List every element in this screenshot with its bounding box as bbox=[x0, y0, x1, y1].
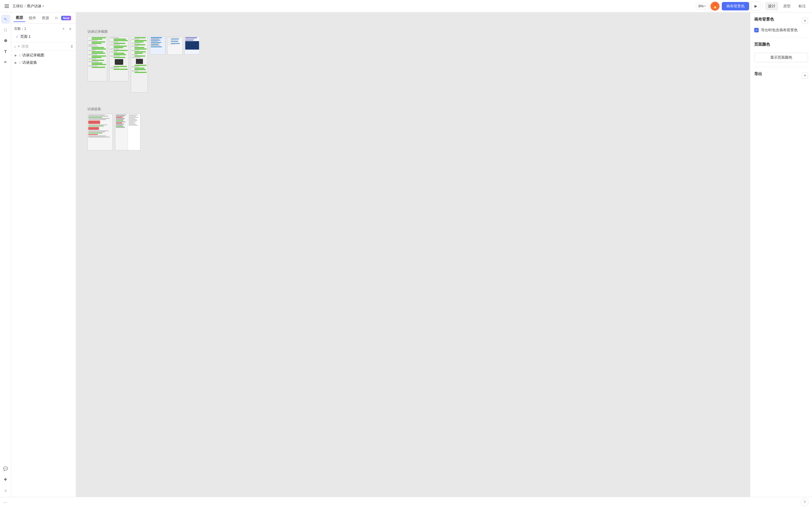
panel-tabs: 图层 组件 资源 AI New bbox=[11, 12, 76, 24]
topbar-right: 🔥 画布背景色 ▶ 设计 原型 标注 bbox=[711, 2, 809, 11]
tab-design-label: 设计 bbox=[768, 4, 775, 8]
tab-layers[interactable]: 图层 bbox=[13, 14, 26, 22]
divider-2 bbox=[754, 67, 808, 67]
layer-group-header-2[interactable]: ▶ □ 访谈提炼 bbox=[12, 59, 75, 66]
menu-icon[interactable] bbox=[3, 3, 10, 10]
tool-search[interactable]: ⌕ bbox=[1, 486, 10, 495]
tab-new[interactable]: New bbox=[61, 16, 71, 20]
search-input[interactable] bbox=[21, 44, 69, 48]
export-add-icon: + bbox=[804, 73, 806, 78]
help-button[interactable]: ? bbox=[801, 498, 809, 506]
tool-pen[interactable]: ✒ bbox=[1, 57, 10, 66]
tool-cursor[interactable]: ↖ bbox=[1, 15, 10, 24]
frame-group-tilian: 访谈提炼 bbox=[87, 107, 739, 151]
breadcrumb-dropdown-icon[interactable]: ▾ bbox=[43, 4, 44, 8]
search-bar: ⌕ ▾ ⊻ bbox=[11, 43, 76, 50]
topbar: 五棵松 / 用户访谈 ▾ 8% ▾ 🔥 画布背景色 ▶ 设计 原型 标注 bbox=[0, 0, 812, 12]
flame-button[interactable]: 🔥 bbox=[711, 2, 719, 11]
tool-comment[interactable]: 💬 bbox=[1, 464, 10, 473]
play-button[interactable]: ▶ bbox=[751, 2, 760, 11]
layer-name-1: 访谈记录截图 bbox=[22, 53, 44, 58]
flame-icon: 🔥 bbox=[712, 4, 718, 9]
pages-section: 页数：1 + ∧ ✓ 页面 1 bbox=[11, 24, 76, 43]
thumb-set-2 bbox=[87, 114, 739, 151]
add-page-button[interactable]: + bbox=[61, 26, 66, 32]
tab-prototype[interactable]: 原型 bbox=[780, 2, 794, 10]
frame-icon: □ bbox=[4, 27, 6, 32]
text-icon: T bbox=[4, 49, 7, 54]
frame-thumb-1[interactable] bbox=[87, 36, 107, 81]
left-panel: 图层 组件 资源 AI New 页数：1 + ∧ bbox=[11, 12, 76, 497]
tool-text[interactable]: T bbox=[1, 47, 10, 56]
thumb-subgroup-right bbox=[150, 36, 200, 55]
frame-thumb-2[interactable] bbox=[109, 36, 129, 81]
tab-components[interactable]: 组件 bbox=[27, 14, 38, 22]
bottombar-left: ··· bbox=[3, 500, 7, 504]
frame-thumb-4b[interactable] bbox=[167, 36, 183, 55]
thumb-set-1 bbox=[87, 36, 739, 93]
page-color-header: 页面颜色 bbox=[754, 42, 808, 50]
page-item-1[interactable]: ✓ 页面 1 bbox=[14, 33, 73, 40]
search-collapse-icon[interactable]: ⊻ bbox=[70, 44, 73, 48]
frame-thumb-3[interactable] bbox=[131, 36, 148, 93]
canvas-bg-checkbox-row: ✓ 导出时包含画布背景色 bbox=[754, 27, 808, 33]
search-bar-icon: ⌕ bbox=[14, 44, 16, 48]
zoom-caret-icon: ▾ bbox=[704, 4, 706, 8]
frame-group-label-2: 访谈提炼 bbox=[87, 107, 739, 112]
canvas-bg-section: 画布背景色 + ✓ 导出时包含画布背景色 bbox=[754, 17, 808, 33]
search-filter-caret[interactable]: ▾ bbox=[18, 45, 20, 48]
frame-thumb-refine-2[interactable] bbox=[115, 114, 140, 151]
pages-actions: + ∧ bbox=[61, 26, 73, 32]
canvas-area[interactable]: 访谈记录截图 bbox=[76, 12, 750, 497]
pages-header: 页数：1 + ∧ bbox=[14, 26, 73, 32]
tool-component[interactable]: ⊕ bbox=[1, 36, 10, 45]
show-page-color-button[interactable]: 显示页面颜色 bbox=[754, 53, 808, 62]
page-color-title: 页面颜色 bbox=[754, 42, 770, 47]
tab-annotation[interactable]: 标注 bbox=[796, 2, 809, 10]
export-title: 导出 bbox=[754, 71, 762, 76]
breadcrumb: 五棵松 / 用户访谈 ▾ bbox=[12, 4, 44, 9]
canvas-bg-add-icon: + bbox=[804, 18, 806, 23]
tab-annotation-label: 标注 bbox=[799, 4, 806, 8]
layer-toggle-icon-2: ▶ bbox=[15, 61, 18, 64]
frame-thumb-4a[interactable] bbox=[150, 36, 165, 55]
tab-design[interactable]: 设计 bbox=[765, 2, 778, 10]
zoom-control[interactable]: 8% ▾ bbox=[696, 3, 708, 9]
canvas-bg-checkbox[interactable]: ✓ bbox=[754, 28, 759, 33]
component-icon: ⊕ bbox=[4, 38, 7, 43]
plugin-icon: ❖ bbox=[4, 477, 7, 482]
canvas-bg-checkbox-label: 导出时包含画布背景色 bbox=[761, 27, 798, 33]
page-check-icon: ✓ bbox=[16, 35, 18, 39]
tab-resources[interactable]: 资源 bbox=[40, 14, 51, 22]
collapse-pages-button[interactable]: ∧ bbox=[67, 26, 73, 32]
canvas-bg-add-button[interactable]: + bbox=[802, 18, 808, 24]
tool-frame[interactable]: □ bbox=[1, 25, 10, 34]
frame-thumb-4c[interactable] bbox=[185, 36, 200, 55]
breadcrumb-separator: / bbox=[24, 4, 26, 8]
divider-1 bbox=[754, 37, 808, 38]
frame-thumb-refine-1[interactable] bbox=[87, 114, 113, 151]
icon-bar: ↖ □ ⊕ T ✒ 💬 ❖ ⌕ bbox=[0, 12, 11, 497]
share-button[interactable]: 画布背景色 bbox=[722, 2, 749, 10]
tab-ai[interactable]: AI bbox=[52, 15, 60, 21]
layer-toggle-icon-1: ▶ bbox=[15, 54, 18, 57]
canvas-bg-header: 画布背景色 + bbox=[754, 17, 808, 25]
tool-plugin[interactable]: ❖ bbox=[1, 475, 10, 484]
pages-count: 页数：1 bbox=[14, 26, 26, 31]
export-header: 导出 + bbox=[754, 71, 808, 79]
export-section: 导出 + bbox=[754, 71, 808, 82]
comment-icon: 💬 bbox=[3, 466, 8, 471]
divider bbox=[763, 3, 763, 10]
canvas-content: 访谈记录截图 bbox=[76, 12, 750, 497]
tab-prototype-label: 原型 bbox=[783, 4, 791, 8]
layer-frame-icon-1: □ bbox=[19, 53, 21, 57]
cursor-icon: ↖ bbox=[4, 17, 7, 21]
page-item-name: 页面 1 bbox=[20, 34, 31, 39]
layer-group-header-1[interactable]: ▶ □ 访谈记录截图 bbox=[12, 52, 75, 59]
bottombar-dots-icon[interactable]: ··· bbox=[3, 500, 7, 504]
layer-frame-icon-2: □ bbox=[19, 61, 21, 64]
layer-name-2: 访谈提炼 bbox=[22, 60, 37, 65]
bottombar: ··· ? bbox=[0, 497, 812, 507]
search-icon: ⌕ bbox=[4, 488, 7, 492]
export-add-button[interactable]: + bbox=[802, 72, 808, 78]
